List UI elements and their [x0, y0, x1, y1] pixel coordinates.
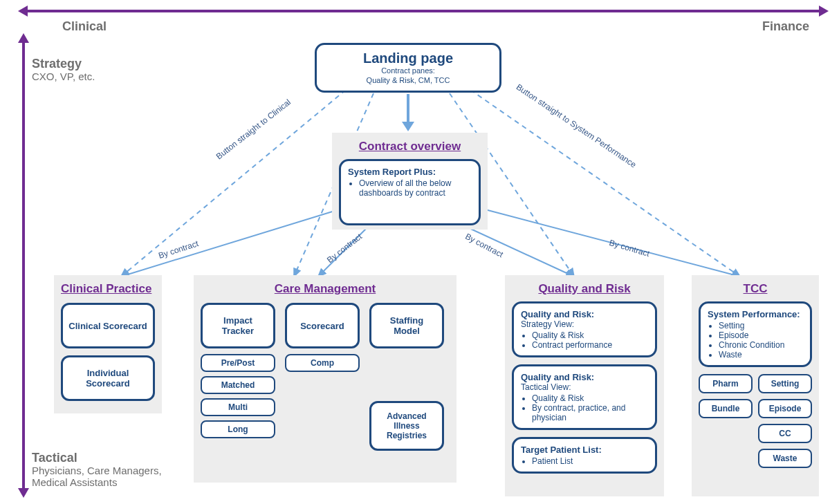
- tcc-box-title: System Performance:: [708, 309, 800, 319]
- contract-overview-panel: Contract overview System Report Plus: Ov…: [332, 133, 488, 230]
- tcc-b3: Waste: [719, 350, 803, 360]
- edge-label-left-button: Button straight to Clinical: [214, 97, 293, 162]
- advanced-illness-registries: Advanced Illness Registries: [369, 401, 444, 451]
- scorecard: Scorecard: [285, 303, 360, 348]
- overview-box-title: System Report Plus:: [348, 167, 436, 177]
- system-performance-box: System Performance: Setting Episode Chro…: [699, 301, 812, 367]
- impact-prepost: Pre/Post: [201, 354, 275, 372]
- care-heading: Care Management: [201, 282, 450, 296]
- landing-sub1: Contract panes:: [324, 66, 492, 76]
- q1-b0: Quality & Risk: [532, 330, 648, 340]
- tcc-b1: Episode: [719, 330, 803, 340]
- tcc-waste: Waste: [758, 449, 812, 468]
- system-report-plus-box: System Report Plus: Overview of all the …: [339, 159, 481, 225]
- impact-matched: Matched: [201, 376, 275, 394]
- q3-b0: Patient List: [532, 456, 648, 466]
- q2-title: Quality and Risk:: [521, 372, 594, 382]
- q1-sub: Strategy View:: [521, 319, 574, 329]
- staffing-model: Staffing Model: [369, 303, 444, 348]
- svg-line-3: [470, 90, 740, 277]
- landing-sub2: Quality & Risk, CM, TCC: [324, 76, 492, 86]
- scorecard-comp: Comp: [285, 354, 360, 372]
- care-management-panel: Care Management Impact Tracker Scorecard…: [194, 275, 456, 483]
- edge-label-bycontract-2: By contract: [325, 232, 364, 265]
- center-arrow-head: [402, 122, 414, 131]
- impact-tracker: Impact Tracker: [201, 303, 275, 348]
- axis-label-tactical: Tactical: [32, 451, 77, 465]
- q2-b1: By contract, practice, and physician: [532, 403, 648, 422]
- svg-line-0: [121, 90, 346, 277]
- quality-risk-panel: Quality and Risk Quality and Risk: Strat…: [505, 275, 664, 496]
- tcc-heading: TCC: [699, 282, 812, 296]
- impact-long: Long: [201, 420, 275, 438]
- axis-label-strategy: Strategy: [32, 57, 82, 71]
- impact-multi: Multi: [201, 398, 275, 416]
- q3-title: Target Patient List:: [521, 445, 602, 455]
- tcc-setting: Setting: [758, 374, 812, 393]
- vertical-axis: [22, 41, 25, 489]
- tcc-pharm: Pharm: [699, 374, 753, 393]
- quality-heading: Quality and Risk: [512, 282, 657, 296]
- tcc-bundle: Bundle: [699, 399, 753, 418]
- q2-sub: Tactical View:: [521, 382, 571, 392]
- svg-line-4: [121, 207, 346, 277]
- target-patient-box: Target Patient List: Patient List: [512, 437, 657, 474]
- axis-label-strategy-sub: CXO, VP, etc.: [32, 71, 95, 82]
- edge-label-bycontract-3: By contract: [463, 232, 505, 260]
- svg-line-7: [477, 207, 740, 277]
- tcc-cc: CC: [758, 424, 812, 443]
- clinical-scorecard: Clinical Scorecard: [61, 303, 155, 348]
- q2-b0: Quality & Risk: [532, 393, 648, 403]
- contract-overview-heading: Contract overview: [339, 140, 481, 153]
- overview-box-bullet: Overview of all the below dashboards by …: [359, 178, 472, 198]
- clinical-heading: Clinical Practice: [61, 282, 155, 296]
- axis-label-tactical-sub: Physicians, Care Managers, Medical Assis…: [32, 465, 162, 488]
- horizontal-axis: [26, 10, 820, 12]
- diagram-canvas: Clinical Finance Strategy CXO, VP, etc. …: [0, 0, 830, 504]
- quality-strategy-box: Quality and Risk: Strategy View: Quality…: [512, 301, 657, 357]
- individual-scorecard: Individual Scorecard: [61, 355, 155, 401]
- tcc-episode: Episode: [758, 399, 812, 418]
- quality-tactical-box: Quality and Risk: Tactical View: Quality…: [512, 364, 657, 430]
- landing-title: Landing page: [324, 50, 492, 66]
- tcc-b2: Chronic Condition: [719, 340, 803, 350]
- q1-title: Quality and Risk:: [521, 309, 594, 319]
- tcc-b0: Setting: [719, 321, 803, 330]
- axis-label-clinical: Clinical: [62, 19, 107, 34]
- landing-page-box: Landing page Contract panes: Quality & R…: [315, 43, 501, 93]
- edge-label-right-button: Button straight to System Performance: [515, 82, 638, 170]
- axis-label-finance: Finance: [762, 19, 809, 34]
- clinical-practice-panel: Clinical Practice Clinical Scorecard Ind…: [54, 275, 162, 413]
- edge-label-bycontract-1: By contract: [157, 239, 199, 261]
- center-arrow-stem: [407, 94, 409, 122]
- edge-label-bycontract-4: By contract: [608, 238, 651, 259]
- tcc-panel: TCC System Performance: Setting Episode …: [692, 275, 819, 496]
- q1-b1: Contract performance: [532, 340, 648, 350]
